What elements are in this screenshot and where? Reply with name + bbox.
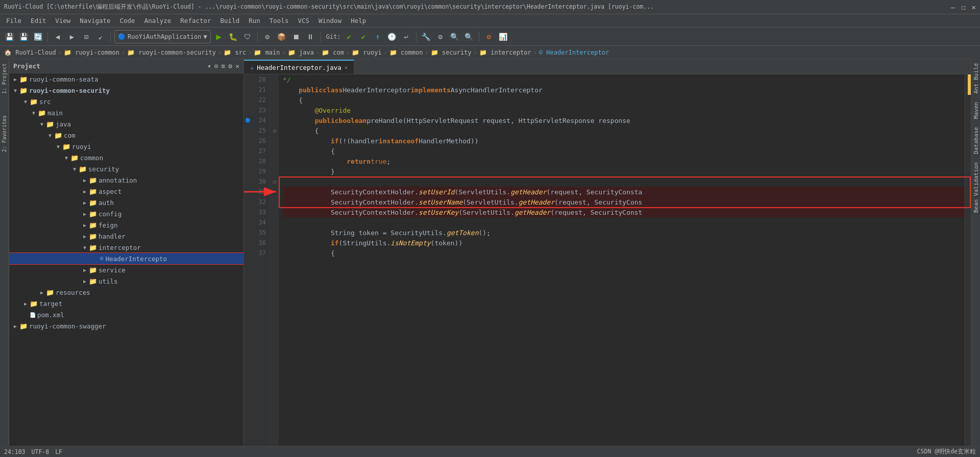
menu-tools[interactable]: Tools [265,16,293,26]
menu-analyze[interactable]: Analyze [140,16,176,26]
menu-file[interactable]: File [2,16,26,26]
menu-code[interactable]: Code [116,16,139,26]
tree-node-pom[interactable]: 📄 pom.xml [9,309,243,320]
breadcrumb-ruoyi-common-security[interactable]: 📁 ruoyi-common-security [127,49,216,56]
close-button[interactable]: ✕ [972,3,976,11]
toolbar-find[interactable]: 🔍 [463,31,475,43]
tree-node-interceptor[interactable]: ▼ 📁 interceptor [9,242,243,253]
menu-help[interactable]: Help [347,16,370,26]
folder-icon-java: 📁 [46,120,54,128]
toolbar-pause[interactable]: ⏸ [304,31,316,43]
toolbar-history[interactable]: ⊡ [80,31,92,43]
tree-node-auth[interactable]: ▶ 📁 auth [9,197,243,208]
git-update[interactable]: ✔ [343,31,355,43]
label-security: security [88,165,119,173]
breadcrumb-src[interactable]: 📁 src [224,49,246,56]
tree-node-com[interactable]: ▼ 📁 com [9,130,243,141]
menu-vcs[interactable]: VCS [293,16,313,26]
toolbar-build2[interactable]: 📦 [276,31,288,43]
toolbar-search[interactable]: 🔍 [449,31,461,43]
git-history[interactable]: 🕐 [386,31,398,43]
tab-close-button[interactable]: ✕ [345,64,348,71]
fold-28 [271,156,279,166]
toolbar-wrench[interactable]: 🔧 [420,31,432,43]
tree-settings-icon[interactable]: ⚙ [228,62,232,70]
menu-view[interactable]: View [51,16,75,26]
tree-node-security[interactable]: ▼ 📁 security [9,163,243,174]
breadcrumb-interceptor[interactable]: 📁 interceptor [479,49,531,56]
menu-run[interactable]: Run [244,16,264,26]
tree-locate-icon[interactable]: ⊙ [214,62,218,70]
tree-close-icon[interactable]: ✕ [235,62,239,70]
label-feign: feign [99,221,118,229]
toolbar-save-all[interactable]: 💾 [17,31,30,43]
tree-node-config[interactable]: ▶ 📁 config [9,208,243,219]
toolbar-settings2[interactable]: 📊 [497,31,509,43]
breadcrumb-main[interactable]: 📁 main [254,49,280,56]
tree-node-aspect[interactable]: ▶ 📁 aspect [9,186,243,197]
arrow-ruoyi-common-security: ▼ [11,88,19,93]
menu-refactor[interactable]: Refactor [176,16,215,26]
tree-node-main[interactable]: ▼ 📁 main [9,107,243,118]
coverage-button[interactable]: 🛡 [241,31,254,43]
run-config-dropdown[interactable]: 🔵 RuoYiAuthApplication ▼ [114,30,211,43]
git-commit[interactable]: ✔ [357,31,370,43]
toolbar-settings[interactable]: ⚙ [483,31,495,43]
debug-button[interactable]: 🐛 [227,31,239,43]
maximize-button[interactable]: ☐ [961,3,965,11]
minimize-button[interactable]: — [951,3,955,11]
menu-edit[interactable]: Edit [27,16,50,26]
toolbar-wrench2[interactable]: ⚙ [434,31,447,43]
tree-node-handler[interactable]: ▶ 📁 handler [9,231,243,242]
breadcrumb-java[interactable]: 📁 java [288,49,314,56]
line-num-21: 21 [244,85,270,95]
maven-panel-tab[interactable]: Maven [971,98,980,123]
toolbar-sync[interactable]: 🔄 [32,31,44,43]
git-push[interactable]: ↑ [372,31,384,43]
run-button[interactable]: ▶ [213,31,225,43]
favorites-panel-tab[interactable]: 2: Favorites [1,113,8,154]
bean-validation-panel-tab[interactable]: Bean Validation [971,158,980,217]
project-panel-tab[interactable]: 1: Project [1,61,8,96]
menu-build[interactable]: Build [216,16,244,26]
menu-navigate[interactable]: Navigate [76,16,114,26]
tree-node-ruoyi[interactable]: ▼ 📁 ruoyi [9,141,243,152]
breadcrumb-common[interactable]: 📁 common [389,49,423,56]
breadcrumb-com[interactable]: 📁 com [322,49,344,56]
toolbar-stop[interactable]: ⏹ [290,31,302,43]
tree-node-ruoyi-common-swagger[interactable]: ▶ 📁 ruoyi-common-swagger [9,320,243,332]
editor-scroll[interactable]: 20 21 22 23 24 🔵 25 26 27 28 29 30 31 32… [244,74,971,457]
breadcrumb-header-interceptor[interactable]: © HeaderInterceptor [539,49,609,56]
tree-node-utils[interactable]: ▶ 📁 utils [9,275,243,287]
tree-node-resources[interactable]: ▶ 📁 resources [9,287,243,298]
tree-node-common[interactable]: ▼ 📁 common [9,152,243,163]
git-area: Git: ✔ ✔ ↑ 🕐 ↩ [326,31,412,43]
database-panel-tab[interactable]: Database [971,123,980,158]
ant-build-panel-tab[interactable]: Ant Build [971,59,980,98]
toolbar-nav[interactable]: ↙ [94,31,107,43]
toolbar-build[interactable]: ⚙ [261,31,274,43]
breadcrumb-ruoyi-common[interactable]: 📁 ruoyi-common [64,49,119,56]
tree-node-feign[interactable]: ▶ 📁 feign [9,219,243,231]
menu-window[interactable]: Window [314,16,346,26]
tree-node-target[interactable]: ▶ 📁 target [9,298,243,309]
git-revert[interactable]: ↩ [400,31,412,43]
toolbar-back[interactable]: ◀ [52,31,64,43]
tree-node-ruoyi-common-security[interactable]: ▼ 📁 ruoyi-common-security [9,85,243,96]
breadcrumb-security[interactable]: 📁 security [431,49,472,56]
tree-node-service[interactable]: ▶ 📁 service [9,264,243,275]
tree-node-header-interceptor[interactable]: © HeaderIntercepto [9,253,243,264]
fold-25[interactable]: ⊟ [271,125,279,136]
tree-node-annotation[interactable]: ▶ 📁 annotation [9,174,243,186]
toolbar-forward[interactable]: ▶ [66,31,78,43]
tab-header-interceptor[interactable]: ☕ HeaderInterceptor.java ✕ [244,60,354,74]
scrollbar-track[interactable] [965,74,971,457]
breadcrumb-ruoyi[interactable]: 📁 ruoyi [352,49,381,56]
tree-node-ruoyi-common-seata[interactable]: ▶ 📁 ruoyi-common-seata [9,73,243,85]
fold-30[interactable]: ⊟ [271,176,279,187]
tree-collapse-icon[interactable]: ≡ [222,62,226,70]
toolbar-save[interactable]: 💾 [3,31,15,43]
tree-node-src[interactable]: ▼ 📁 src [9,96,243,107]
tree-node-java[interactable]: ▼ 📁 java [9,118,243,130]
breadcrumb-ruoyi-cloud[interactable]: 🏠 RuoYi-Cloud [4,49,56,56]
